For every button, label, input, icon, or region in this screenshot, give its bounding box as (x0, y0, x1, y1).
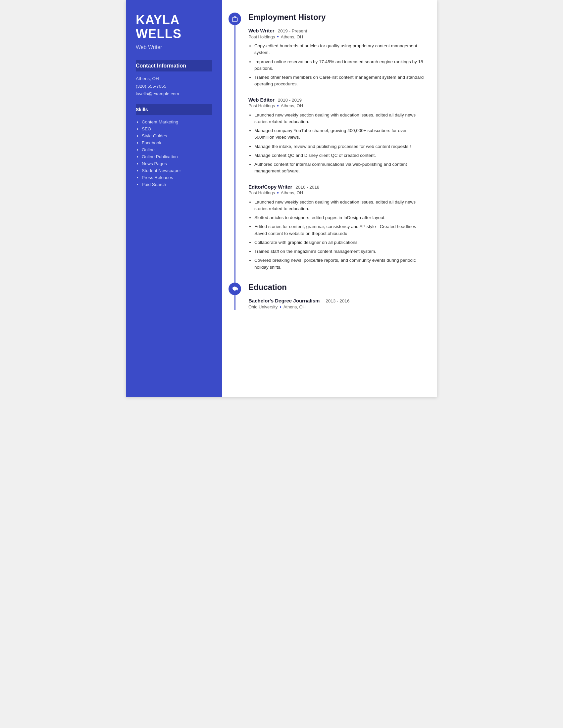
job-block: Editor/Copy Writer 2016 - 2018 Post Hold… (248, 184, 424, 271)
list-item: Trained other team members on CareFirst … (254, 74, 424, 88)
list-item: Manage the intake, review and publishing… (254, 143, 424, 150)
job-title: Web Writer (248, 28, 274, 33)
edu-dates: 2013 - 2016 (326, 298, 350, 303)
main-content: Employment History Web Writer 2019 - Pre… (222, 0, 437, 397)
job-dates: 2019 - Present (278, 28, 307, 33)
job-company: Post Holdings • Athens, OH (248, 103, 424, 109)
job-company: Post Holdings • Athens, OH (248, 190, 424, 196)
job-bullets: Copy-edited hundreds of articles for qua… (248, 43, 424, 88)
job-block: Web Writer 2019 - Present Post Holdings … (248, 28, 424, 88)
list-item: Manage content QC and Disney client QC o… (254, 152, 424, 159)
list-item: Covered breaking news, police/fire repor… (254, 257, 424, 271)
job-bullets: Launched new weekly section dealing with… (248, 112, 424, 175)
edu-degree: Bachelor's Degree Journalism (248, 298, 320, 303)
contact-phone: (320) 555-7055 (136, 84, 212, 89)
job-company: Post Holdings • Athens, OH (248, 34, 424, 39)
list-item: Online (142, 147, 212, 152)
list-item: Online Publication (142, 154, 212, 159)
employment-icon (228, 13, 241, 25)
education-section: Education Bachelor's Degree Journalism 2… (228, 283, 424, 310)
job-title-line: Web Writer 2019 - Present (248, 28, 424, 33)
briefcase-icon (231, 16, 238, 22)
contact-location: Athens, OH (136, 76, 212, 81)
list-item: Facebook (142, 140, 212, 145)
edu-school: Ohio University • Athens, OH (248, 304, 424, 310)
list-item: Collaborate with graphic designer on all… (254, 239, 424, 246)
list-item: Student Newspaper (142, 168, 212, 173)
list-item: SEO (142, 126, 212, 131)
employment-content: Employment History Web Writer 2019 - Pre… (248, 13, 424, 271)
list-item: Slotted articles to designers; edited pa… (254, 214, 424, 221)
list-item: Trained staff on the magazine's content … (254, 248, 424, 255)
list-item: Content Marketing (142, 119, 212, 124)
list-item: Paid Search (142, 182, 212, 187)
job-title: Web Editor (248, 97, 274, 103)
graduation-cap-icon (231, 286, 238, 292)
education-heading: Education (248, 283, 424, 292)
contact-section-title: Contact Information (136, 60, 212, 71)
job-dates: 2016 - 2018 (296, 185, 319, 190)
list-item: News Pages (142, 161, 212, 166)
employment-section: Employment History Web Writer 2019 - Pre… (228, 13, 424, 271)
list-item: Launched new weekly section dealing with… (254, 199, 424, 212)
job-title-line: Editor/Copy Writer 2016 - 2018 (248, 184, 424, 190)
list-item: Edited stories for content, grammar, con… (254, 223, 424, 237)
edu-title-line: Bachelor's Degree Journalism 2013 - 2016 (248, 298, 424, 303)
employment-heading: Employment History (248, 13, 424, 22)
list-item: Improved online reservations by 17.45% a… (254, 59, 424, 72)
skills-section-title: Skills (136, 104, 212, 115)
job-dates: 2018 - 2019 (278, 98, 302, 103)
job-bullets: Launched new weekly section dealing with… (248, 199, 424, 271)
job-title-line: Web Editor 2018 - 2019 (248, 97, 424, 103)
list-item: Press Releases (142, 175, 212, 180)
list-item: Authored content for internal communicat… (254, 161, 424, 175)
candidate-title: Web Writer (136, 44, 212, 50)
candidate-name: KAYLA WELLS (136, 13, 212, 41)
skills-list: Content Marketing SEO Style Guides Faceb… (136, 119, 212, 187)
education-content: Education Bachelor's Degree Journalism 2… (248, 283, 424, 310)
education-block: Bachelor's Degree Journalism 2013 - 2016… (248, 298, 424, 310)
job-title: Editor/Copy Writer (248, 184, 292, 190)
timeline: Employment History Web Writer 2019 - Pre… (228, 13, 424, 310)
education-icon (228, 283, 241, 295)
list-item: Managed company YouTube channel, growing… (254, 127, 424, 141)
list-item: Copy-edited hundreds of articles for qua… (254, 43, 424, 56)
job-block: Web Editor 2018 - 2019 Post Holdings • A… (248, 97, 424, 175)
list-item: Launched new weekly section dealing with… (254, 112, 424, 125)
list-item: Style Guides (142, 133, 212, 138)
contact-email: kwells@example.com (136, 91, 212, 96)
sidebar: KAYLA WELLS Web Writer Contact Informati… (126, 0, 222, 397)
